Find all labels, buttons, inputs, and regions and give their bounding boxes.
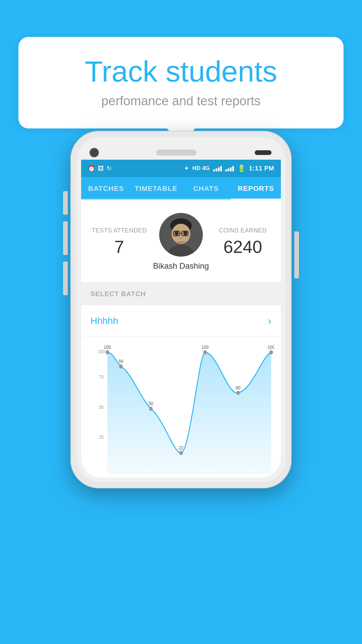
svg-text:25: 25 (99, 434, 104, 440)
status-icons-right: ✦ HD 4G (184, 164, 274, 172)
label-3: 22 (179, 445, 183, 450)
status-icons-left: ⏰ 🖼 ↻ (88, 165, 112, 172)
phone-vol-down-button (63, 221, 68, 255)
data-point-1 (119, 364, 123, 369)
label-0: 100 (104, 344, 111, 350)
image-icon: 🖼 (98, 165, 104, 172)
avatar (159, 213, 203, 257)
data-point-0 (106, 350, 109, 355)
signal-bar-5 (225, 169, 227, 171)
signal-bar-8 (232, 166, 234, 171)
tests-attended-label: TESTS ATTENDED (91, 227, 147, 234)
background: Track students perfomance and test repor… (0, 0, 362, 644)
tab-timetable[interactable]: TIMETABLE (131, 177, 181, 199)
label-1: 89 (119, 359, 123, 364)
signal-bar-2 (216, 168, 217, 171)
profile-section: TESTS ATTENDED 7 (81, 200, 281, 283)
batch-item[interactable]: Hhhhh › (81, 305, 281, 337)
speech-bubble: Track students perfomance and test repor… (18, 37, 344, 128)
front-camera (90, 149, 98, 156)
battery-icon: 🔋 (237, 164, 246, 172)
phone-vol-up-button (63, 191, 68, 215)
tab-reports[interactable]: REPORTS (231, 177, 281, 199)
label-4: 100 (201, 344, 208, 350)
phone-mockup: ⏰ 🖼 ↻ ✦ HD 4G (70, 131, 292, 488)
svg-text:50: 50 (99, 405, 104, 410)
phone-screen-frame: ⏰ 🖼 ↻ ✦ HD 4G (81, 142, 281, 478)
select-batch-label: SELECT BATCH (90, 290, 146, 298)
tab-batches[interactable]: BATCHES (81, 177, 131, 199)
bluetooth-icon: ✦ (184, 165, 189, 172)
phone-mute-button (63, 262, 68, 295)
phone-top-bar (81, 142, 281, 160)
coins-earned-block: COINS EARNED 6240 (215, 227, 271, 257)
data-point-6 (269, 350, 273, 355)
time-display: 1:11 PM (249, 165, 274, 172)
phone-inner: ⏰ 🖼 ↻ ✦ HD 4G (76, 137, 286, 482)
bubble-title: Track students (40, 55, 322, 88)
coins-earned-value: 6240 (215, 237, 271, 257)
status-bar: ⏰ 🖼 ↻ ✦ HD 4G (81, 160, 281, 177)
proximity-sensor (255, 150, 272, 155)
tab-chats[interactable]: CHATS (181, 177, 231, 199)
speaker-grille (156, 150, 196, 156)
label-5: 60 (236, 385, 240, 390)
label-2: 50 (148, 401, 153, 406)
signal-bar-4 (220, 166, 222, 171)
svg-text:75: 75 (99, 374, 104, 380)
data-point-2 (149, 407, 153, 411)
data-point-5 (236, 391, 240, 395)
phone-power-button (294, 231, 299, 278)
performance-chart: 100 75 50 25 (81, 337, 281, 478)
phone-outer: ⏰ 🖼 ↻ ✦ HD 4G (70, 131, 292, 488)
batch-name: Hhhhh (90, 316, 118, 326)
signal-bars-2 (225, 165, 234, 171)
label-6: 100 (268, 344, 274, 350)
data-point-4 (203, 350, 207, 355)
chart-area-fill (107, 352, 271, 474)
signal-bar-3 (218, 167, 220, 171)
data-point-3 (179, 451, 183, 455)
coins-earned-label: COINS EARNED (215, 227, 271, 234)
signal-bar-6 (228, 168, 229, 171)
sync-icon: ↻ (107, 165, 112, 172)
network-label: HD 4G (192, 165, 210, 172)
phone-screen: ⏰ 🖼 ↻ ✦ HD 4G (81, 160, 281, 478)
alarm-icon: ⏰ (88, 165, 95, 172)
tests-attended-block: TESTS ATTENDED 7 (91, 227, 147, 257)
signal-bars-1 (213, 165, 222, 171)
svg-point-8 (179, 237, 183, 239)
signal-bar-7 (230, 167, 232, 171)
profile-name: Bikash Dashing (153, 261, 209, 271)
bubble-subtitle: perfomance and test reports (40, 94, 322, 108)
profile-center: Bikash Dashing (147, 213, 215, 271)
avatar-image (159, 213, 203, 257)
tests-attended-value: 7 (91, 237, 147, 257)
chart-svg: 100 75 50 25 (88, 343, 274, 478)
select-batch-header: SELECT BATCH (81, 283, 281, 305)
signal-bar-1 (213, 169, 215, 171)
navigation-tabs: BATCHES TIMETABLE CHATS REPORTS (81, 177, 281, 200)
chevron-right-icon: › (268, 315, 272, 327)
